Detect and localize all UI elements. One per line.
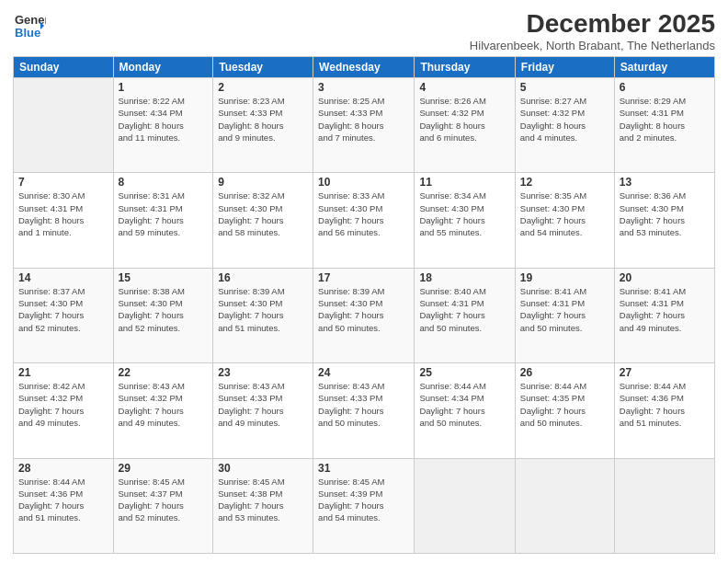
day-info: Sunrise: 8:45 AM Sunset: 4:39 PM Dayligh… [318, 476, 409, 524]
day-info: Sunrise: 8:27 AM Sunset: 4:32 PM Dayligh… [520, 95, 609, 144]
day-number: 16 [218, 271, 308, 284]
calendar-cell: 25Sunrise: 8:44 AM Sunset: 4:34 PM Dayli… [415, 363, 515, 458]
day-number: 15 [119, 271, 209, 284]
calendar-cell: 2Sunrise: 8:23 AM Sunset: 4:33 PM Daylig… [213, 78, 313, 173]
main-title: December 2025 [470, 9, 715, 39]
calendar-cell: 14Sunrise: 8:37 AM Sunset: 4:30 PM Dayli… [14, 268, 114, 362]
calendar-header-saturday: Saturday [614, 57, 714, 78]
day-number: 23 [218, 366, 308, 379]
calendar-cell: 28Sunrise: 8:44 AM Sunset: 4:36 PM Dayli… [14, 458, 114, 553]
calendar-cell: 7Sunrise: 8:30 AM Sunset: 4:31 PM Daylig… [14, 173, 114, 268]
svg-text:Blue: Blue [15, 26, 40, 40]
calendar-cell: 9Sunrise: 8:32 AM Sunset: 4:30 PM Daylig… [213, 173, 313, 268]
day-number: 29 [119, 462, 209, 475]
calendar-header-monday: Monday [113, 57, 213, 78]
calendar-cell: 27Sunrise: 8:44 AM Sunset: 4:36 PM Dayli… [614, 363, 714, 458]
day-number: 9 [218, 176, 308, 189]
calendar-week-5: 28Sunrise: 8:44 AM Sunset: 4:36 PM Dayli… [14, 458, 715, 553]
calendar-week-4: 21Sunrise: 8:42 AM Sunset: 4:32 PM Dayli… [14, 363, 715, 458]
calendar-cell: 11Sunrise: 8:34 AM Sunset: 4:30 PM Dayli… [415, 173, 515, 268]
day-info: Sunrise: 8:33 AM Sunset: 4:30 PM Dayligh… [318, 190, 409, 238]
day-info: Sunrise: 8:45 AM Sunset: 4:37 PM Dayligh… [119, 476, 209, 524]
day-info: Sunrise: 8:43 AM Sunset: 4:33 PM Dayligh… [218, 380, 308, 429]
calendar-week-2: 7Sunrise: 8:30 AM Sunset: 4:31 PM Daylig… [14, 173, 715, 268]
day-number: 5 [520, 81, 609, 94]
calendar-cell: 16Sunrise: 8:39 AM Sunset: 4:30 PM Dayli… [213, 268, 313, 362]
calendar-cell: 13Sunrise: 8:36 AM Sunset: 4:30 PM Dayli… [614, 173, 714, 268]
day-info: Sunrise: 8:43 AM Sunset: 4:32 PM Dayligh… [119, 380, 209, 429]
calendar-cell: 17Sunrise: 8:39 AM Sunset: 4:30 PM Dayli… [313, 268, 415, 362]
calendar-cell: 23Sunrise: 8:43 AM Sunset: 4:33 PM Dayli… [213, 363, 313, 458]
day-number: 30 [218, 462, 308, 475]
calendar-cell [515, 458, 614, 553]
calendar-week-3: 14Sunrise: 8:37 AM Sunset: 4:30 PM Dayli… [14, 268, 715, 362]
day-info: Sunrise: 8:39 AM Sunset: 4:30 PM Dayligh… [318, 285, 409, 334]
calendar-cell: 8Sunrise: 8:31 AM Sunset: 4:31 PM Daylig… [113, 173, 213, 268]
calendar-cell: 3Sunrise: 8:25 AM Sunset: 4:33 PM Daylig… [313, 78, 415, 173]
day-number: 2 [218, 81, 308, 94]
day-number: 11 [419, 176, 509, 189]
calendar-cell: 22Sunrise: 8:43 AM Sunset: 4:32 PM Dayli… [113, 363, 213, 458]
day-number: 14 [18, 271, 108, 284]
day-info: Sunrise: 8:44 AM Sunset: 4:34 PM Dayligh… [419, 380, 509, 429]
day-info: Sunrise: 8:41 AM Sunset: 4:31 PM Dayligh… [520, 285, 609, 334]
day-number: 18 [419, 271, 509, 284]
day-number: 8 [119, 176, 209, 189]
day-info: Sunrise: 8:25 AM Sunset: 4:33 PM Dayligh… [318, 95, 409, 144]
day-number: 20 [620, 271, 710, 284]
logo-svg: General Blue [13, 9, 46, 42]
day-number: 22 [119, 366, 209, 379]
day-number: 13 [620, 176, 710, 189]
calendar-cell: 30Sunrise: 8:45 AM Sunset: 4:38 PM Dayli… [213, 458, 313, 553]
calendar-cell: 19Sunrise: 8:41 AM Sunset: 4:31 PM Dayli… [515, 268, 614, 362]
calendar-header-row: SundayMondayTuesdayWednesdayThursdayFrid… [14, 57, 715, 78]
day-number: 21 [18, 366, 108, 379]
day-number: 31 [318, 462, 409, 475]
day-info: Sunrise: 8:44 AM Sunset: 4:36 PM Dayligh… [620, 380, 710, 429]
day-info: Sunrise: 8:41 AM Sunset: 4:31 PM Dayligh… [620, 285, 710, 334]
day-info: Sunrise: 8:38 AM Sunset: 4:30 PM Dayligh… [119, 285, 209, 334]
day-number: 17 [318, 271, 409, 284]
calendar-cell: 26Sunrise: 8:44 AM Sunset: 4:35 PM Dayli… [515, 363, 614, 458]
header: General Blue December 2025 Hilvarenbeek,… [13, 9, 715, 52]
day-info: Sunrise: 8:37 AM Sunset: 4:30 PM Dayligh… [18, 285, 108, 334]
day-number: 4 [419, 81, 509, 94]
day-info: Sunrise: 8:30 AM Sunset: 4:31 PM Dayligh… [18, 190, 108, 238]
day-info: Sunrise: 8:31 AM Sunset: 4:31 PM Dayligh… [119, 190, 209, 238]
calendar-cell: 24Sunrise: 8:43 AM Sunset: 4:33 PM Dayli… [313, 363, 415, 458]
calendar-cell: 5Sunrise: 8:27 AM Sunset: 4:32 PM Daylig… [515, 78, 614, 173]
day-number: 19 [520, 271, 609, 284]
day-info: Sunrise: 8:35 AM Sunset: 4:30 PM Dayligh… [520, 190, 609, 238]
calendar-cell: 12Sunrise: 8:35 AM Sunset: 4:30 PM Dayli… [515, 173, 614, 268]
title-block: December 2025 Hilvarenbeek, North Braban… [470, 9, 715, 52]
calendar-cell [415, 458, 515, 553]
calendar-cell: 18Sunrise: 8:40 AM Sunset: 4:31 PM Dayli… [415, 268, 515, 362]
day-number: 1 [119, 81, 209, 94]
day-info: Sunrise: 8:43 AM Sunset: 4:33 PM Dayligh… [318, 380, 409, 429]
day-info: Sunrise: 8:44 AM Sunset: 4:36 PM Dayligh… [18, 476, 108, 524]
day-info: Sunrise: 8:44 AM Sunset: 4:35 PM Dayligh… [520, 380, 609, 429]
day-number: 7 [18, 176, 108, 189]
day-info: Sunrise: 8:42 AM Sunset: 4:32 PM Dayligh… [18, 380, 108, 429]
day-number: 28 [18, 462, 108, 475]
day-number: 12 [520, 176, 609, 189]
day-info: Sunrise: 8:40 AM Sunset: 4:31 PM Dayligh… [419, 285, 509, 334]
subtitle: Hilvarenbeek, North Brabant, The Netherl… [470, 39, 715, 52]
day-number: 6 [620, 81, 710, 94]
calendar-header-sunday: Sunday [14, 57, 114, 78]
logo: General Blue [13, 9, 46, 42]
day-info: Sunrise: 8:34 AM Sunset: 4:30 PM Dayligh… [419, 190, 509, 238]
calendar-week-1: 1Sunrise: 8:22 AM Sunset: 4:34 PM Daylig… [14, 78, 715, 173]
day-number: 25 [419, 366, 509, 379]
day-info: Sunrise: 8:45 AM Sunset: 4:38 PM Dayligh… [218, 476, 308, 524]
calendar-cell: 31Sunrise: 8:45 AM Sunset: 4:39 PM Dayli… [313, 458, 415, 553]
day-number: 10 [318, 176, 409, 189]
calendar-cell [14, 78, 114, 173]
calendar-cell: 1Sunrise: 8:22 AM Sunset: 4:34 PM Daylig… [113, 78, 213, 173]
day-number: 27 [620, 366, 710, 379]
calendar-cell: 21Sunrise: 8:42 AM Sunset: 4:32 PM Dayli… [14, 363, 114, 458]
day-info: Sunrise: 8:23 AM Sunset: 4:33 PM Dayligh… [218, 95, 308, 144]
calendar-cell: 15Sunrise: 8:38 AM Sunset: 4:30 PM Dayli… [113, 268, 213, 362]
calendar-table: SundayMondayTuesdayWednesdayThursdayFrid… [13, 56, 715, 554]
calendar-header-friday: Friday [515, 57, 614, 78]
